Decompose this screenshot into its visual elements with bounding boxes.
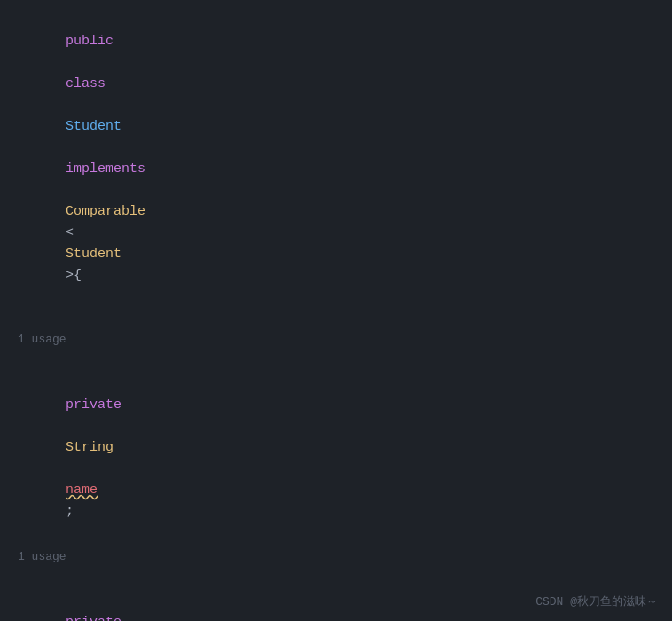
fields-section: 1 usage private String name ; 1 usage pr… <box>0 322 672 621</box>
footer-attribution: CSDN @秋刀鱼的滋味～ <box>535 593 658 612</box>
divider-1 <box>0 318 672 318</box>
interface-comparable: Comparable <box>66 204 145 219</box>
class-header-section: public class Student implements Comparab… <box>0 0 672 314</box>
class-declaration-line: public class Student implements Comparab… <box>18 9 654 309</box>
keyword-implements: implements <box>66 161 145 177</box>
hint-age-usage: 1 usage <box>18 545 654 569</box>
keyword-private-1: private <box>66 397 121 413</box>
keyword-private-2: private <box>66 615 121 621</box>
keyword-public: public <box>66 34 113 49</box>
hint-name-usage: 1 usage <box>18 327 654 351</box>
field-name: name <box>66 483 98 498</box>
field-name-line: private String name ; <box>18 351 654 545</box>
generic-student: Student <box>66 247 121 262</box>
code-editor: public class Student implements Comparab… <box>0 0 672 621</box>
type-string: String <box>66 440 113 455</box>
class-name-student: Student <box>66 119 121 134</box>
keyword-class: class <box>66 76 105 91</box>
